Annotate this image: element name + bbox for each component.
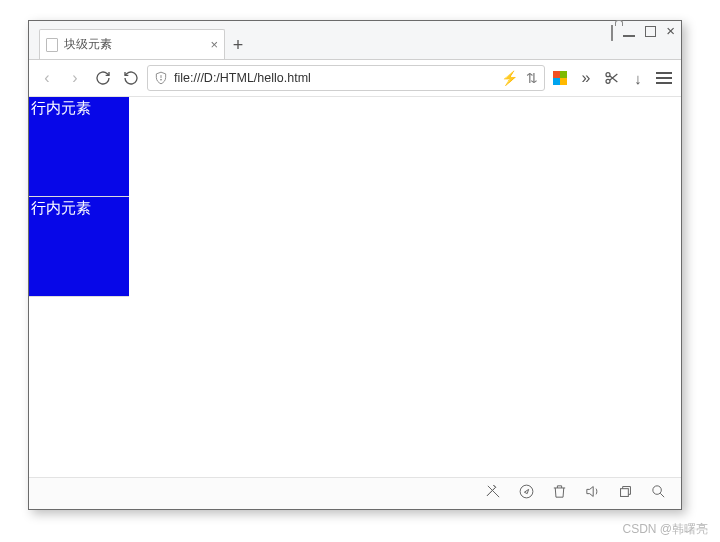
minimize-button[interactable] (623, 25, 635, 40)
volume-button[interactable] (584, 483, 601, 504)
back-button[interactable]: ‹ (35, 66, 59, 90)
close-window-button[interactable]: × (666, 25, 675, 40)
titlebar: 块级元素 × + × (29, 21, 681, 59)
new-tab-button[interactable]: + (225, 31, 251, 59)
svg-point-5 (653, 486, 662, 495)
browser-tab[interactable]: 块级元素 × (39, 29, 225, 59)
block-2-text: 行内元素 (31, 199, 91, 216)
maximize-button[interactable] (645, 25, 656, 40)
page-icon (46, 38, 58, 52)
svg-point-3 (520, 485, 533, 498)
compass-button[interactable] (518, 483, 535, 504)
toolbar: ‹ › file:///D:/HTML/hello.html ⚡ ⇅ » ↓ (29, 59, 681, 97)
browser-window: 块级元素 × + × ‹ › file:///D:/HTML/hello.htm… (28, 20, 682, 510)
tab-close-button[interactable]: × (210, 37, 218, 52)
watermark: CSDN @韩曙亮 (622, 521, 708, 538)
more-extensions-button[interactable]: » (575, 69, 597, 87)
undo-button[interactable] (119, 66, 143, 90)
translate-icon[interactable]: ⇅ (526, 70, 538, 86)
shield-icon (154, 71, 168, 85)
search-button[interactable] (650, 483, 667, 504)
svg-point-0 (161, 79, 162, 80)
address-bar[interactable]: file:///D:/HTML/hello.html ⚡ ⇅ (147, 65, 545, 91)
block-1-text: 行内元素 (31, 99, 91, 116)
svg-rect-4 (621, 489, 629, 497)
forward-button[interactable]: › (63, 66, 87, 90)
page-content: 行内元素 行内元素 (29, 97, 681, 477)
url-text: file:///D:/HTML/hello.html (174, 71, 495, 85)
block-element-1: 行内元素 (29, 97, 129, 197)
block-ads-button[interactable] (485, 483, 502, 504)
flash-icon[interactable]: ⚡ (501, 70, 518, 86)
reload-button[interactable] (91, 66, 115, 90)
screenshot-button[interactable] (601, 70, 623, 86)
downloads-button[interactable]: ↓ (627, 70, 649, 87)
window-controls: × (611, 25, 675, 40)
block-element-2: 行内元素 (29, 197, 129, 297)
restore-button[interactable] (617, 483, 634, 504)
microsoft-apps-button[interactable] (549, 71, 571, 85)
tab-title: 块级元素 (64, 36, 204, 53)
statusbar (29, 477, 681, 509)
pin-window-button[interactable] (611, 25, 613, 40)
menu-button[interactable] (653, 72, 675, 84)
address-bar-actions: ⚡ ⇅ (501, 70, 538, 86)
trash-button[interactable] (551, 483, 568, 504)
